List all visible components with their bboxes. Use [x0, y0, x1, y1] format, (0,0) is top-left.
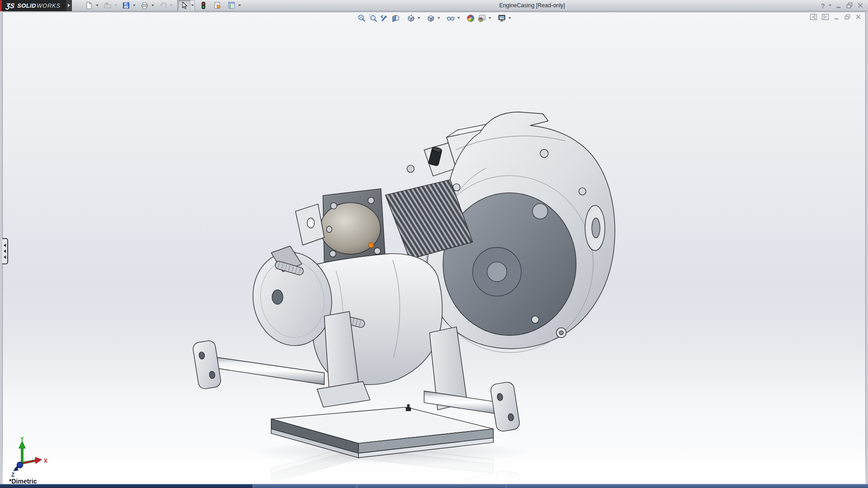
engine-casing-assembly[interactable]	[192, 112, 615, 458]
display-style-dropdown[interactable]	[437, 13, 441, 23]
new-document-icon	[85, 1, 93, 9]
status-segment	[506, 484, 868, 488]
undo-group	[157, 0, 174, 11]
file-properties-icon	[213, 1, 222, 9]
doc-minimize-button[interactable]	[833, 14, 840, 20]
doc-close-icon	[855, 14, 862, 20]
save-button[interactable]	[120, 0, 132, 11]
save-group	[120, 0, 137, 11]
select-dropdown[interactable]	[190, 0, 194, 11]
close-button[interactable]	[857, 2, 864, 9]
apply-scene-icon	[478, 14, 486, 23]
expand-arrow-icon	[4, 244, 6, 247]
open-group	[101, 0, 118, 11]
undo-icon	[159, 1, 167, 9]
window-title: EngineCasing [Read-only]	[243, 2, 821, 9]
expand-arrow-icon	[4, 255, 6, 259]
solidworks-window: { "app": { "brand": { "glyph": "ƷS", "na…	[0, 0, 868, 488]
options-icon	[227, 1, 236, 9]
print-dropdown[interactable]	[151, 0, 155, 11]
engine-casing-model[interactable]	[2, 12, 866, 484]
edit-appearance-button[interactable]	[465, 13, 476, 23]
print-icon	[141, 1, 149, 9]
help-dropdown[interactable]	[829, 5, 831, 6]
previous-view-icon	[380, 14, 389, 23]
feature-manager-collapsed-tab[interactable]	[2, 238, 8, 264]
new-dropdown[interactable]	[95, 0, 99, 11]
minimize-icon	[835, 2, 842, 9]
doc-restore-icon	[844, 14, 851, 20]
view-orientation-dropdown[interactable]	[417, 13, 421, 23]
hide-show-items-dropdown[interactable]	[457, 13, 461, 23]
heads-up-view-toolbar	[356, 13, 512, 23]
display-style-icon	[427, 14, 435, 23]
save-icon	[122, 1, 130, 9]
rebuild-group	[197, 0, 209, 11]
previous-view-button[interactable]	[379, 13, 390, 23]
select-cursor-icon	[180, 1, 188, 9]
status-segment	[253, 484, 357, 488]
options-button[interactable]	[225, 0, 237, 11]
select-button[interactable]	[178, 0, 190, 11]
options-dropdown[interactable]	[237, 0, 242, 11]
3ds-logo-glyph: ƷS	[5, 2, 15, 9]
restore-button[interactable]	[846, 2, 853, 9]
title-toolbar-bar: ƷS SOLID WORKS	[0, 0, 868, 11]
view-orientation-icon	[407, 14, 415, 23]
pane-left-icon	[810, 14, 817, 20]
hide-show-items-icon	[447, 14, 455, 23]
status-segment	[357, 484, 506, 488]
doc-minimize-icon	[833, 14, 840, 20]
document-window-controls	[810, 14, 862, 20]
undo-button[interactable]	[157, 0, 169, 11]
brand-name-bold: SOLID	[17, 2, 36, 9]
zoom-to-fit-icon	[358, 14, 366, 23]
status-segment	[0, 484, 253, 488]
expand-arrow-icon	[4, 249, 6, 253]
status-bar	[0, 484, 868, 488]
view-settings-button[interactable]	[496, 13, 508, 23]
file-properties-button[interactable]	[211, 0, 223, 11]
zoom-to-area-button[interactable]	[368, 13, 379, 23]
pane-right-icon	[821, 14, 829, 20]
new-button[interactable]	[83, 0, 95, 11]
triad-y-label: Y	[20, 437, 24, 442]
rebuild-button[interactable]	[197, 0, 209, 11]
view-orientation-label: *Dimetric	[9, 478, 37, 484]
edit-appearance-icon	[467, 14, 475, 23]
pane-right-button[interactable]	[821, 14, 829, 20]
open-button[interactable]	[101, 0, 113, 11]
new-group	[83, 0, 99, 11]
pane-left-button[interactable]	[810, 14, 817, 20]
save-dropdown[interactable]	[132, 0, 137, 11]
undo-dropdown[interactable]	[169, 0, 174, 11]
reflection-fade	[2, 446, 866, 484]
apply-scene-dropdown[interactable]	[488, 13, 492, 23]
menu-flyout-button[interactable]	[66, 0, 72, 11]
graphics-area[interactable]: X Y Z *Dimetric	[0, 12, 868, 484]
print-group	[138, 0, 155, 11]
doc-restore-button[interactable]	[844, 14, 851, 20]
apply-scene-button[interactable]	[476, 13, 488, 23]
open-dropdown[interactable]	[113, 0, 118, 11]
main-toolbar	[83, 0, 243, 11]
options-group	[225, 0, 242, 11]
print-button[interactable]	[138, 0, 151, 11]
window-controls: ?	[821, 2, 868, 9]
triad-x-label: X	[44, 458, 47, 464]
close-icon	[857, 2, 864, 9]
minimize-button[interactable]	[835, 2, 842, 9]
hide-show-items-button[interactable]	[445, 13, 457, 23]
view-settings-dropdown[interactable]	[508, 13, 512, 23]
open-folder-icon	[104, 1, 112, 9]
doc-close-button[interactable]	[855, 14, 862, 20]
section-view-button[interactable]	[390, 13, 401, 23]
view-settings-icon	[498, 14, 506, 23]
reference-triad: X Y Z	[5, 437, 48, 479]
view-orientation-button[interactable]	[406, 13, 417, 23]
display-style-button[interactable]	[425, 13, 437, 23]
brand-name-light: WORKS	[37, 2, 61, 9]
help-button[interactable]: ?	[821, 2, 825, 9]
zoom-to-fit-button[interactable]	[356, 13, 368, 23]
triad-z-label: Z	[11, 472, 14, 478]
